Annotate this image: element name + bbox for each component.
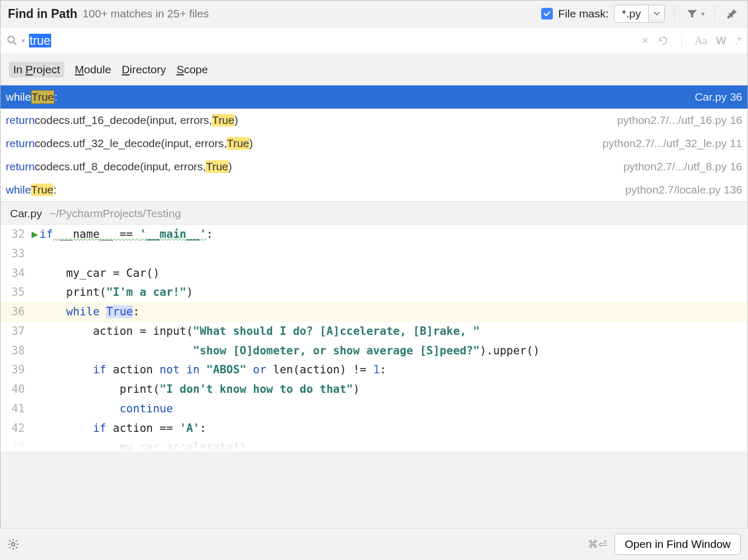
line-number: 34 [1, 264, 30, 283]
result-row[interactable]: while True: python2.7/locale.py 136 [1, 178, 747, 201]
svg-line-8 [16, 547, 17, 548]
file-mask-value: *.py [615, 5, 648, 22]
regex-icon[interactable]: .* [735, 34, 741, 47]
svg-line-9 [16, 540, 17, 542]
line-number: 33 [1, 244, 30, 264]
svg-point-2 [12, 543, 15, 546]
words-icon[interactable]: W [716, 34, 726, 47]
line-number: 32 [1, 225, 30, 244]
tab-directory[interactable]: Directory [122, 63, 166, 76]
code-preview[interactable]: 32 ▶ if __name__ == '__main__': 33 34 my… [1, 225, 747, 451]
result-row[interactable]: return codecs.utf_8_decode(input, errors… [1, 155, 747, 178]
line-number: 40 [1, 380, 30, 399]
line-number: 42 [1, 419, 30, 438]
match-count: 100+ matches in 25+ files [83, 7, 209, 20]
footer-bar: ⌘⏎ Open in Find Window [0, 528, 748, 560]
open-in-find-window-button[interactable]: Open in Find Window [615, 534, 741, 555]
file-mask-checkbox[interactable] [541, 8, 553, 20]
run-gutter-icon[interactable]: ▶ [30, 225, 40, 244]
filter-caret-icon[interactable]: ▾ [701, 9, 705, 18]
tab-in-project[interactable]: In Project [9, 62, 64, 78]
preview-header: Car.py ~/PycharmProjects/Testing [1, 201, 747, 225]
line-number: 38 [1, 341, 30, 361]
result-row[interactable]: while True: Car.py 36 [1, 85, 747, 109]
search-history-caret-icon[interactable]: ▾ [22, 37, 25, 44]
shortcut-hint: ⌘⏎ [588, 538, 607, 551]
file-mask-label: File mask: [558, 7, 609, 20]
result-row[interactable]: return codecs.utf_16_decode(input, error… [1, 109, 747, 132]
search-row: ▾ true × Aa W .* [1, 27, 747, 54]
svg-point-0 [8, 36, 14, 43]
history-back-icon[interactable] [657, 36, 669, 45]
file-mask-select[interactable]: *.py [614, 5, 665, 23]
preview-path: ~/PycharmProjects/Testing [50, 207, 181, 220]
line-number: 36 [1, 302, 30, 322]
pin-icon[interactable] [724, 6, 740, 22]
case-sensitive-icon[interactable]: Aa [695, 34, 708, 47]
search-icon[interactable] [7, 35, 20, 46]
filter-icon[interactable] [684, 6, 700, 22]
line-number: 39 [1, 360, 30, 380]
line-number: 35 [1, 283, 30, 302]
svg-line-10 [9, 547, 11, 548]
results-list: while True: Car.py 36 return codecs.utf_… [1, 85, 747, 201]
result-row[interactable]: return codecs.utf_32_le_decode(input, er… [1, 132, 747, 155]
line-number: 37 [1, 322, 30, 341]
svg-line-1 [14, 42, 16, 45]
tab-scope[interactable]: Scope [177, 63, 208, 76]
tab-module[interactable]: Module [75, 63, 111, 76]
search-input[interactable]: true [29, 34, 638, 48]
line-number: 41 [1, 399, 30, 419]
gear-icon[interactable] [7, 538, 19, 550]
svg-line-7 [9, 540, 11, 542]
clear-search-icon[interactable]: × [642, 34, 649, 47]
preview-filename: Car.py [10, 207, 42, 220]
file-mask-caret-icon[interactable] [648, 5, 664, 22]
scope-tabs: In Project Module Directory Scope [1, 54, 747, 85]
dialog-title: Find in Path [8, 7, 78, 21]
header-bar: Find in Path 100+ matches in 25+ files F… [1, 1, 747, 27]
